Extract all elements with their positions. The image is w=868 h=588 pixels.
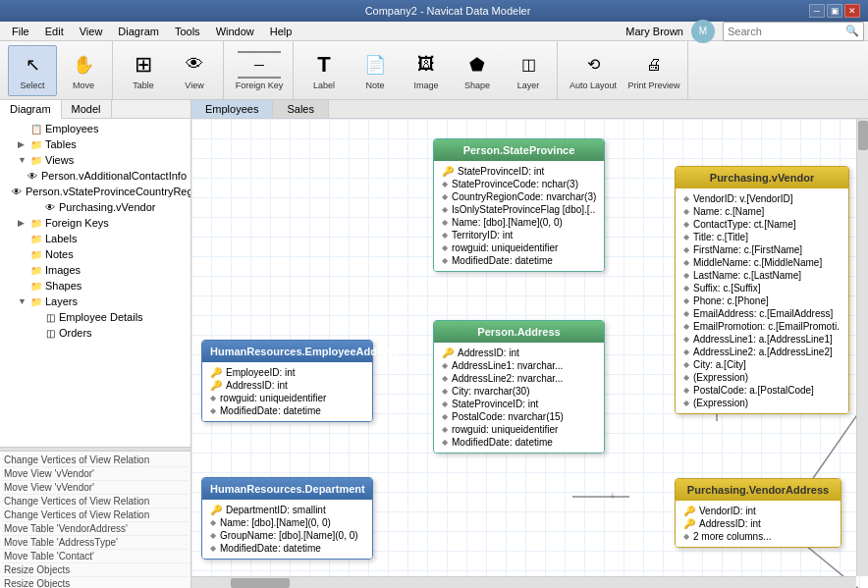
note-button[interactable]: 📄 Note bbox=[351, 45, 400, 96]
search-box[interactable]: 🔍 bbox=[723, 22, 864, 41]
label-button[interactable]: T Label bbox=[299, 45, 349, 96]
labels-icon: 📁 bbox=[29, 232, 43, 245]
move-button[interactable]: ✋ Move bbox=[59, 45, 108, 96]
canvas[interactable]: + + > Person.StateProvince 🔑StateProvinc… bbox=[191, 119, 868, 588]
layer-icon: ◫ bbox=[515, 51, 542, 79]
tree-views[interactable]: ▼ 📁 Views bbox=[2, 152, 189, 168]
maximize-button[interactable]: ▣ bbox=[827, 4, 842, 18]
menu-tools[interactable]: Tools bbox=[167, 24, 208, 39]
minimize-button[interactable]: ─ bbox=[809, 4, 825, 18]
sidebar: Diagram Model 📋 Employees ▶ 📁 Tables ▼ 📁… bbox=[0, 100, 191, 588]
field-address-line1: ◆AddressLine1: nvarchar... bbox=[442, 359, 596, 372]
foreign-key-button[interactable]: ─ Foreign Key bbox=[230, 45, 289, 96]
shape-button[interactable]: ⬟ Shape bbox=[453, 45, 502, 96]
field-expr2: ◆(Expression) bbox=[683, 397, 841, 409]
label-tool-group: T Label 📄 Note 🖼 Image ⬟ Shape ◫ Layer bbox=[296, 41, 558, 99]
tree-images[interactable]: 📁 Images bbox=[2, 262, 189, 278]
layer-employee-icon: ◫ bbox=[43, 310, 57, 324]
field-city-pa: ◆City: nvarchar(30) bbox=[442, 385, 596, 398]
layer-button[interactable]: ◫ Layer bbox=[504, 45, 553, 96]
tree-tables[interactable]: ▶ 📁 Tables bbox=[2, 136, 189, 152]
print-preview-button[interactable]: 🖨 Print Preview bbox=[624, 45, 683, 96]
entity-person-address-body: 🔑AddressID: int ◆AddressLine1: nvarchar.… bbox=[434, 343, 604, 453]
field-address-line2: ◆AddressLine2: nvarchar... bbox=[442, 372, 596, 385]
field-vendor-name: ◆Name: c.[Name] bbox=[683, 205, 841, 218]
scrollbar-thumb-v[interactable] bbox=[858, 121, 868, 150]
tree-labels-label: Labels bbox=[45, 233, 77, 244]
tree-fk-label: Foreign Keys bbox=[45, 217, 109, 229]
field-email: ◆EmailAddress: c.[EmailAddress] bbox=[683, 307, 841, 320]
search-icon[interactable]: 🔍 bbox=[845, 25, 859, 37]
entity-department-header: HumanResources.Department bbox=[202, 478, 372, 500]
tree-images-label: Images bbox=[45, 264, 81, 276]
entity-department[interactable]: HumanResources.Department 🔑DepartmentID:… bbox=[201, 477, 373, 560]
tree-foreign-keys[interactable]: ▶ 📁 Foreign Keys bbox=[2, 215, 189, 231]
search-input[interactable] bbox=[728, 26, 845, 37]
sidebar-tab-model[interactable]: Model bbox=[62, 100, 112, 118]
field-firstname: ◆FirstName: c.[FirstName] bbox=[683, 243, 841, 256]
entity-purchasing-vvendor[interactable]: Purchasing.vVendor ◆VendorID: v.[VendorI… bbox=[675, 166, 849, 414]
table-button[interactable]: ⊞ Table bbox=[119, 45, 168, 96]
log-item-0: Change Vertices of View Relation bbox=[2, 454, 189, 467]
tree-view-vendor-label: Purchasing.vVendor bbox=[59, 201, 155, 213]
tree-labels[interactable]: 📁 Labels bbox=[2, 231, 189, 246]
move-label: Move bbox=[73, 80, 94, 90]
menu-bar: File Edit View Diagram Tools Window Help… bbox=[0, 22, 868, 41]
menu-window[interactable]: Window bbox=[208, 24, 262, 39]
foreign-key-label: Foreign Key bbox=[236, 80, 284, 90]
field-stateprovid-pa: ◆StateProvinceID: int bbox=[442, 398, 596, 410]
auto-layout-icon: ⟲ bbox=[579, 51, 607, 79]
scrollbar-vertical[interactable] bbox=[856, 119, 868, 576]
layers-icon: 📁 bbox=[29, 294, 43, 308]
sidebar-tab-diagram[interactable]: Diagram bbox=[0, 100, 62, 119]
avatar: M bbox=[691, 20, 715, 43]
entity-vendor-address-body: 🔑VendorID: int 🔑AddressID: int ◆2 more c… bbox=[676, 501, 841, 547]
image-label: Image bbox=[413, 80, 438, 90]
scrollbar-thumb-h[interactable] bbox=[231, 578, 290, 588]
auto-layout-button[interactable]: ⟲ Auto Layout bbox=[564, 45, 623, 96]
select-tool-group: ↖ Select ✋ Move bbox=[4, 41, 113, 99]
entity-employee-address[interactable]: HumanResources.EmployeeAddress 🔑Employee… bbox=[201, 340, 373, 422]
entity-vendor-address[interactable]: Purchasing.VendorAddress 🔑VendorID: int … bbox=[675, 478, 841, 548]
field-middlename: ◆MiddleName: c.[MiddleName] bbox=[683, 256, 841, 269]
tree-notes[interactable]: 📁 Notes bbox=[2, 246, 189, 262]
menu-view[interactable]: View bbox=[72, 24, 111, 39]
window-controls[interactable]: ─ ▣ ✕ bbox=[809, 4, 860, 18]
field-moddate-ea: ◆ModifiedDate: datetime bbox=[210, 404, 364, 417]
field-suffix: ◆Suffix: c.[Suffix] bbox=[683, 282, 841, 294]
tree-layer-employee[interactable]: ◫ Employee Details bbox=[2, 309, 189, 325]
tree-view-vendor[interactable]: 👁 Purchasing.vVendor bbox=[2, 199, 189, 215]
field-rowguid-ea: ◆rowguid: uniqueidentifier bbox=[210, 392, 364, 404]
field-expr1: ◆(Expression) bbox=[683, 371, 841, 384]
select-button[interactable]: ↖ Select bbox=[8, 45, 57, 96]
field-title: ◆Title: c.[Title] bbox=[683, 231, 841, 243]
entity-state-province[interactable]: Person.StateProvince 🔑StateProvinceID: i… bbox=[433, 138, 605, 272]
view-button[interactable]: 👁 View bbox=[170, 45, 219, 96]
close-button[interactable]: ✕ bbox=[844, 4, 860, 18]
fk-tool-group: ─ Foreign Key bbox=[226, 41, 294, 99]
menu-diagram[interactable]: Diagram bbox=[110, 24, 167, 39]
scrollbar-horizontal[interactable] bbox=[191, 576, 856, 588]
view-additional-icon: 👁 bbox=[26, 169, 39, 183]
entity-person-address[interactable]: Person.Address 🔑AddressID: int ◆AddressL… bbox=[433, 320, 605, 454]
menu-edit[interactable]: Edit bbox=[37, 24, 72, 39]
menu-help[interactable]: Help bbox=[262, 24, 300, 39]
tree-layers[interactable]: ▼ 📁 Layers bbox=[2, 294, 189, 309]
field-va-vendorid: 🔑VendorID: int bbox=[683, 505, 833, 517]
tree-layer-orders[interactable]: ◫ Orders bbox=[2, 325, 189, 341]
tree-shapes[interactable]: 📁 Shapes bbox=[2, 278, 189, 294]
field-employee-id: 🔑EmployeeID: int bbox=[210, 366, 364, 379]
tree-employees[interactable]: 📋 Employees bbox=[2, 121, 189, 136]
canvas-area: Employees Sales + + > bbox=[191, 100, 868, 588]
tree-view-additional[interactable]: 👁 Person.vAdditionalContactInfo bbox=[2, 168, 189, 184]
field-postal-pa: ◆PostalCode: nvarchar(15) bbox=[442, 410, 596, 423]
image-button[interactable]: 🖼 Image bbox=[402, 45, 451, 96]
canvas-tab-sales[interactable]: Sales bbox=[273, 100, 329, 118]
entity-employee-address-body: 🔑EmployeeID: int 🔑AddressID: int ◆rowgui… bbox=[202, 362, 372, 421]
employees-icon: 📋 bbox=[29, 122, 43, 135]
menu-file[interactable]: File bbox=[4, 24, 37, 39]
canvas-tab-employees[interactable]: Employees bbox=[191, 100, 273, 118]
toolbar: ↖ Select ✋ Move ⊞ Table 👁 View ─ Foreign… bbox=[0, 41, 868, 100]
label-label: Label bbox=[313, 80, 335, 90]
tree-view-state[interactable]: 👁 Person.vStateProvinceCountryRegion bbox=[2, 184, 189, 199]
